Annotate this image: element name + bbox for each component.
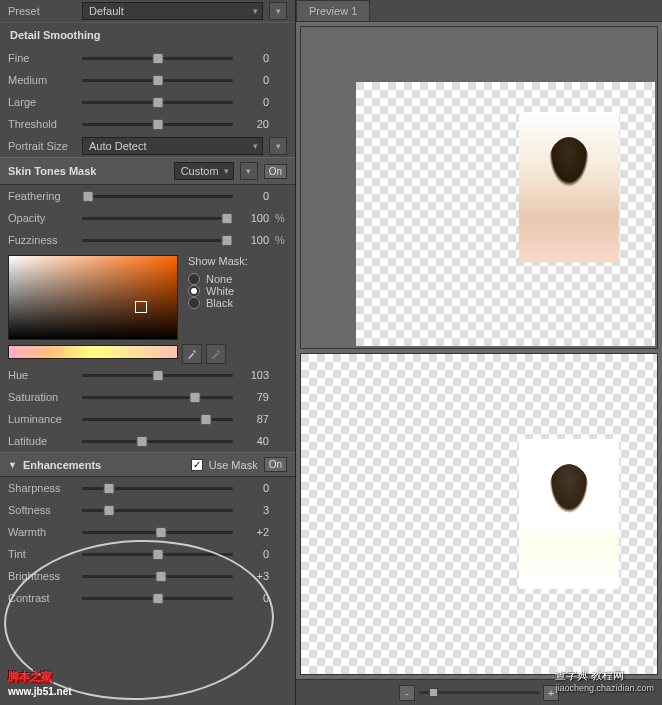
st-hue-label: Hue bbox=[8, 369, 76, 381]
ds-large-thumb[interactable] bbox=[152, 97, 163, 108]
ds-fine-slider[interactable] bbox=[82, 57, 233, 60]
ds-threshold-thumb[interactable] bbox=[152, 119, 163, 130]
ds-threshold-value: 20 bbox=[239, 118, 269, 130]
skin-tones-on-button[interactable]: On bbox=[264, 164, 287, 179]
enh-sharpness-row: Sharpness 0 bbox=[0, 477, 295, 499]
preview-before[interactable] bbox=[300, 26, 658, 349]
st-feathering-slider[interactable] bbox=[82, 195, 233, 198]
enh-contrast-value: 0 bbox=[239, 592, 269, 604]
enh-softness-thumb[interactable] bbox=[104, 505, 115, 516]
preview-after[interactable] bbox=[300, 353, 658, 676]
enh-warmth-thumb[interactable] bbox=[155, 527, 166, 538]
preview-tab[interactable]: Preview 1 bbox=[296, 0, 370, 22]
preview-photo-before bbox=[519, 112, 619, 262]
enh-warmth-label: Warmth bbox=[8, 526, 76, 538]
portrait-size-dropdown-icon[interactable]: ▾ bbox=[269, 137, 287, 155]
enh-tint-label: Tint bbox=[8, 548, 76, 560]
st-feathering-row: Feathering 0 bbox=[0, 185, 295, 207]
st-latitude-thumb[interactable] bbox=[137, 436, 148, 447]
st-feathering-thumb[interactable] bbox=[83, 191, 94, 202]
preset-select[interactable]: Default bbox=[82, 2, 263, 20]
enh-softness-value: 3 bbox=[239, 504, 269, 516]
enh-contrast-thumb[interactable] bbox=[152, 593, 163, 604]
ds-threshold-label: Threshold bbox=[8, 118, 76, 130]
st-hue-row: Hue 103 bbox=[0, 364, 295, 386]
enh-brightness-slider[interactable] bbox=[82, 575, 233, 578]
skin-tones-header[interactable]: Skin Tones Mask Custom ▾ On bbox=[0, 157, 295, 185]
st-saturation-thumb[interactable] bbox=[190, 392, 201, 403]
st-hue-thumb[interactable] bbox=[152, 370, 163, 381]
st-opacity-slider[interactable] bbox=[82, 217, 233, 220]
color-picker[interactable] bbox=[8, 255, 178, 340]
ds-medium-thumb[interactable] bbox=[152, 75, 163, 86]
st-fuzziness-label: Fuzziness bbox=[8, 234, 76, 246]
use-mask-checkbox[interactable] bbox=[191, 459, 203, 471]
radio-black-row[interactable]: Black bbox=[188, 297, 248, 309]
preset-dropdown-icon[interactable]: ▾ bbox=[269, 2, 287, 20]
enh-contrast-slider[interactable] bbox=[82, 597, 233, 600]
preview-content bbox=[296, 22, 662, 679]
enhancements-on-button[interactable]: On bbox=[264, 457, 287, 472]
ds-large-slider[interactable] bbox=[82, 101, 233, 104]
preset-label: Preset bbox=[8, 5, 76, 17]
st-hue-slider[interactable] bbox=[82, 374, 233, 377]
eyedropper-minus-icon[interactable] bbox=[206, 344, 226, 364]
radio-none[interactable] bbox=[188, 273, 200, 285]
color-marker-icon[interactable] bbox=[135, 301, 147, 313]
enh-sharpness-thumb[interactable] bbox=[104, 483, 115, 494]
st-fuzziness-thumb[interactable] bbox=[221, 235, 232, 246]
radio-white[interactable] bbox=[188, 285, 200, 297]
ds-large-value: 0 bbox=[239, 96, 269, 108]
ds-medium-slider[interactable] bbox=[82, 79, 233, 82]
enh-sharpness-slider[interactable] bbox=[82, 487, 233, 490]
enh-brightness-thumb[interactable] bbox=[155, 571, 166, 582]
ds-threshold-slider[interactable] bbox=[82, 123, 233, 126]
zoom-out-button[interactable]: - bbox=[399, 685, 415, 701]
enh-contrast-label: Contrast bbox=[8, 592, 76, 604]
radio-black[interactable] bbox=[188, 297, 200, 309]
enh-brightness-label: Brightness bbox=[8, 570, 76, 582]
hue-strip[interactable] bbox=[8, 345, 178, 359]
st-fuzziness-slider[interactable] bbox=[82, 239, 233, 242]
enh-tint-slider[interactable] bbox=[82, 553, 233, 556]
ds-fine-thumb[interactable] bbox=[152, 53, 163, 64]
enh-sharpness-label: Sharpness bbox=[8, 482, 76, 494]
st-fuzziness-value: 100 bbox=[239, 234, 269, 246]
enh-softness-slider[interactable] bbox=[82, 509, 233, 512]
portrait-size-row: Portrait Size Auto Detect ▾ bbox=[0, 135, 295, 157]
st-fuzziness-row: Fuzziness 100 % bbox=[0, 229, 295, 251]
preview-area: Preview 1 - + bbox=[295, 0, 662, 705]
preview-tab-bar: Preview 1 bbox=[296, 0, 662, 22]
enh-brightness-value: +3 bbox=[239, 570, 269, 582]
eyedropper-icon[interactable] bbox=[182, 344, 202, 364]
zoom-in-button[interactable]: + bbox=[543, 685, 559, 701]
radio-white-row[interactable]: White bbox=[188, 285, 248, 297]
ds-medium-label: Medium bbox=[8, 74, 76, 86]
zoom-thumb[interactable] bbox=[429, 688, 438, 697]
st-luminance-slider[interactable] bbox=[82, 418, 233, 421]
st-latitude-row: Latitude 40 bbox=[0, 430, 295, 452]
st-opacity-value: 100 bbox=[239, 212, 269, 224]
enh-warmth-value: +2 bbox=[239, 526, 269, 538]
settings-panel: Preset Default ▾ Detail Smoothing Fine 0… bbox=[0, 0, 295, 705]
st-saturation-slider[interactable] bbox=[82, 396, 233, 399]
enh-tint-value: 0 bbox=[239, 548, 269, 560]
detail-smoothing-header[interactable]: Detail Smoothing bbox=[0, 22, 295, 47]
portrait-size-select[interactable]: Auto Detect bbox=[82, 137, 263, 155]
st-latitude-slider[interactable] bbox=[82, 440, 233, 443]
enhancements-title: Enhancements bbox=[23, 459, 185, 471]
st-luminance-thumb[interactable] bbox=[200, 414, 211, 425]
st-luminance-value: 87 bbox=[239, 413, 269, 425]
skin-tones-preset-select[interactable]: Custom bbox=[174, 162, 234, 180]
enh-warmth-slider[interactable] bbox=[82, 531, 233, 534]
enhancements-header[interactable]: ▼ Enhancements Use Mask On bbox=[0, 452, 295, 477]
radio-none-label: None bbox=[206, 273, 232, 285]
skin-tones-preset-dropdown-icon[interactable]: ▾ bbox=[240, 162, 258, 180]
st-opacity-unit: % bbox=[275, 212, 287, 224]
st-opacity-thumb[interactable] bbox=[221, 213, 232, 224]
radio-none-row[interactable]: None bbox=[188, 273, 248, 285]
st-opacity-row: Opacity 100 % bbox=[0, 207, 295, 229]
preview-zoom-controls: - + bbox=[296, 679, 662, 705]
zoom-slider[interactable] bbox=[419, 691, 539, 694]
enh-tint-thumb[interactable] bbox=[152, 549, 163, 560]
